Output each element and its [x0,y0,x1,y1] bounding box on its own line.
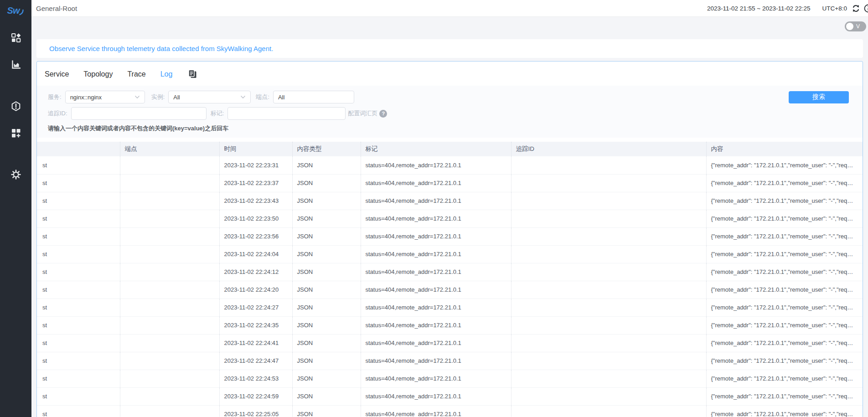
log-table-body: st2023-11-02 22:23:31JSONstatus=404,remo… [37,156,863,417]
help-icon[interactable]: ? [379,110,387,118]
filter-panel: 服务: nginx::nginx 实例: All 端点: [37,86,863,138]
sidebar-item-alarm[interactable] [7,97,25,115]
table-row[interactable]: st2023-11-02 22:24:04JSONstatus=404,remo… [37,245,863,263]
cell-content: {"remote_addr": "172.21.0.1","remote_use… [706,370,863,387]
instance-select[interactable]: All [168,91,251,103]
refresh-button[interactable] [852,4,860,13]
search-button[interactable]: 搜索 [789,91,849,103]
table-row[interactable]: st2023-11-02 22:23:50JSONstatus=404,remo… [37,210,863,227]
endpoint-label: 端点: [256,93,269,101]
cell-content_type: JSON [292,245,361,263]
cell-tags: status=404,remote_addr=172.21.0.1 [361,370,511,387]
cell-service: st [37,174,120,192]
cell-endpoint [120,316,219,334]
service-label: 服务: [48,93,62,101]
cell-content_type: JSON [292,263,361,281]
cell-trace_id [511,334,706,352]
cell-trace_id [511,210,706,227]
table-row[interactable]: st2023-11-02 22:24:35JSONstatus=404,remo… [37,316,863,334]
main-area: General-Root 2023-11-02 21:55 ~ 2023-11-… [31,0,868,417]
table-row[interactable]: st2023-11-02 22:24:27JSONstatus=404,remo… [37,299,863,316]
filter-row-1: 服务: nginx::nginx 实例: All 端点: [48,91,849,103]
topbar: General-Root 2023-11-02 21:55 ~ 2023-11-… [31,0,868,17]
sidebar-item-dashboard[interactable] [7,29,25,47]
topbar-right: 2023-11-02 21:55 ~ 2023-11-02 22:25 UTC+… [707,4,868,13]
cell-service: st [37,192,120,210]
cell-trace_id [511,387,706,405]
cell-service: st [37,387,120,405]
cell-endpoint [120,299,219,316]
sidebar-nav [7,29,25,192]
cell-content: {"remote_addr": "172.21.0.1","remote_use… [706,316,863,334]
cell-content_type: JSON [292,192,361,210]
cell-content_type: JSON [292,281,361,299]
cell-service: st [37,263,120,281]
cell-time: 2023-11-02 22:24:41 [219,334,292,352]
service-select[interactable]: nginx::nginx [65,91,145,103]
cell-service: st [37,370,120,387]
cell-trace_id [511,245,706,263]
tags-input[interactable] [232,110,341,117]
table-row[interactable]: st2023-11-02 22:24:59JSONstatus=404,remo… [37,387,863,405]
info-button[interactable] [864,4,868,13]
copy-tab-button[interactable] [188,69,197,79]
cell-trace_id [511,370,706,387]
cell-endpoint [120,405,219,417]
version-toggle[interactable]: V [845,21,866,31]
info-icon [864,4,868,13]
dictionary-link[interactable]: 配置词汇页 [348,109,377,118]
cell-content_type: JSON [292,156,361,174]
endpoint-input[interactable] [278,94,349,101]
cell-endpoint [120,263,219,281]
cell-endpoint [120,281,219,299]
cell-content_type: JSON [292,299,361,316]
tab-trace[interactable]: Trace [127,70,145,78]
sidebar-item-metrics[interactable] [7,56,25,74]
table-row[interactable]: st2023-11-02 22:23:56JSONstatus=404,remo… [37,227,863,245]
tab-topology[interactable]: Topology [83,70,113,78]
cell-service: st [37,210,120,227]
table-row[interactable]: st2023-11-02 22:24:47JSONstatus=404,remo… [37,352,863,370]
cell-content: {"remote_addr": "172.21.0.1","remote_use… [706,245,863,263]
toggle-row: V [36,17,866,33]
tab-log[interactable]: Log [160,70,173,78]
cell-trace_id [511,316,706,334]
table-row[interactable]: st2023-11-02 22:24:53JSONstatus=404,remo… [37,370,863,387]
cell-trace_id [511,227,706,245]
sidebar: Sw [0,0,31,417]
time-range-picker[interactable]: 2023-11-02 21:55 ~ 2023-11-02 22:25 [707,5,811,12]
table-row[interactable]: st2023-11-02 22:24:41JSONstatus=404,remo… [37,334,863,352]
log-table: 端点时间内容类型标记追踪ID内容 st2023-11-02 22:23:31JS… [37,142,863,417]
cell-time: 2023-11-02 22:24:35 [219,316,292,334]
widgets-icon [11,128,21,138]
table-row[interactable]: st2023-11-02 22:24:12JSONstatus=404,remo… [37,263,863,281]
dashboard-icon [11,33,21,43]
table-row[interactable]: st2023-11-02 22:23:31JSONstatus=404,remo… [37,156,863,174]
page-title: General-Root [36,5,77,12]
sidebar-item-settings[interactable] [7,165,25,184]
cell-tags: status=404,remote_addr=172.21.0.1 [361,316,511,334]
chevron-down-icon [134,95,140,99]
table-row[interactable]: st2023-11-02 22:23:37JSONstatus=404,remo… [37,174,863,192]
sidebar-item-widgets[interactable] [7,124,25,142]
table-row[interactable]: st2023-11-02 22:25:05JSONstatus=404,remo… [37,405,863,417]
skywalking-logo[interactable]: Sw [7,0,25,17]
cell-service: st [37,227,120,245]
tab-service[interactable]: Service [45,70,69,78]
cell-trace_id [511,299,706,316]
table-row[interactable]: st2023-11-02 22:23:43JSONstatus=404,remo… [37,192,863,210]
cell-content: {"remote_addr": "172.21.0.1","remote_use… [706,192,863,210]
cell-content_type: JSON [292,227,361,245]
banner-text: Observe Service through telemetry data c… [49,45,273,52]
service-select-value: nginx::nginx [70,94,102,101]
cell-content_type: JSON [292,334,361,352]
trace-id-input[interactable] [76,110,202,117]
cell-service: st [37,352,120,370]
timezone-setting[interactable]: UTC+8:0 [822,5,847,12]
cell-time: 2023-11-02 22:23:56 [219,227,292,245]
table-row[interactable]: st2023-11-02 22:24:20JSONstatus=404,remo… [37,281,863,299]
cell-content_type: JSON [292,352,361,370]
cell-endpoint [120,352,219,370]
cell-trace_id [511,352,706,370]
cell-time: 2023-11-02 22:23:37 [219,174,292,192]
